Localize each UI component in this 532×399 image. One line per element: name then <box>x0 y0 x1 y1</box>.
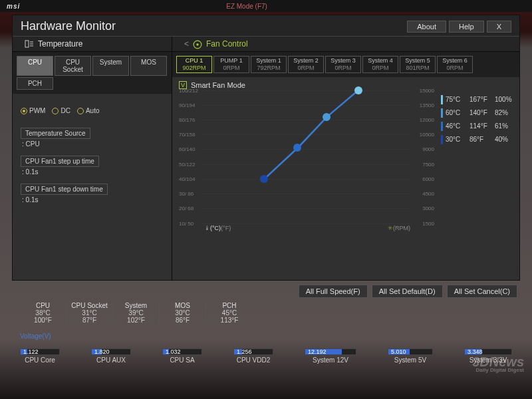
step-down-label[interactable]: CPU Fan1 step down time <box>21 184 108 195</box>
y-left-tick: 30/ 86 <box>179 191 194 197</box>
y-left-tick: 70/158 <box>179 132 195 138</box>
close-button[interactable]: X <box>487 21 511 33</box>
about-button[interactable]: About <box>407 21 446 33</box>
mode-radio-auto[interactable]: Auto <box>77 107 100 114</box>
temp-tab-pch[interactable]: PCH <box>17 77 53 90</box>
temp-tab-cpu[interactable]: CPU <box>17 56 53 76</box>
y-right-tick: 12000 <box>420 117 434 123</box>
mode-radio-pwm[interactable]: PWM <box>21 107 45 114</box>
temp-cell-pch: PCH45°C113°F <box>206 302 253 324</box>
thermometer-icon: 🌡 <box>204 225 210 231</box>
temp-source-label[interactable]: Temperature Source <box>21 128 90 139</box>
legend-row[interactable]: 60°C140°F82% <box>441 106 515 120</box>
y-right-tick: 4500 <box>422 191 434 197</box>
y-left-tick: 20/ 68 <box>179 205 194 211</box>
fan-curve-point-3[interactable] <box>354 86 362 94</box>
y-right-tick: 6000 <box>422 176 434 182</box>
smart-fan-label: Smart Fan Mode <box>191 81 245 89</box>
temp-source-value: : CPU <box>21 139 164 152</box>
titlebar: Hardware Monitor About Help X <box>13 15 519 36</box>
all-full-speed-button[interactable]: All Full Speed(F) <box>299 285 368 298</box>
y-left-tick: 100/212 <box>179 87 198 93</box>
temp-cell-cpu: CPU38°C100°F <box>20 302 66 324</box>
temp-cell-system: System39°C102°F <box>113 302 160 324</box>
y-right-tick: 7500 <box>422 161 434 167</box>
fan-tab-system-3[interactable]: System 30RPM <box>325 56 361 73</box>
svg-rect-0 <box>25 41 29 47</box>
step-up-value: : 0.1s <box>21 167 164 180</box>
action-row: All Full Speed(F) All Set Default(D) All… <box>299 285 517 298</box>
fan-curve-point-1[interactable] <box>293 144 301 152</box>
temp-tab-mos[interactable]: MOS <box>130 56 167 76</box>
hardware-monitor-window: Hardware Monitor About Help X Temperatur… <box>12 15 520 281</box>
voltage-cpu-core: 1.122CPU Core <box>20 348 60 364</box>
y-right-tick: 10500 <box>420 132 434 138</box>
voltage-system-5v: 5.010System 5V <box>388 348 433 364</box>
legend-row[interactable]: 46°C114°F61% <box>441 120 515 133</box>
fan-tab-system-2[interactable]: System 20RPM <box>288 56 324 73</box>
temp-cell-mos: MOS30°C86°F <box>160 302 206 324</box>
mode-radio-dc[interactable]: DC <box>52 107 70 114</box>
svg-point-2 <box>196 43 199 46</box>
voltage-cpu-aux: 1.820CPU AUX <box>91 348 131 364</box>
fan-tab-system-6[interactable]: System 60RPM <box>437 56 473 73</box>
legend-row[interactable]: 75°C167°F100% <box>441 93 515 106</box>
ez-mode-hint[interactable]: EZ Mode (F7) <box>226 3 267 10</box>
fan-curve-legend: 75°C167°F100%60°C140°F82%46°C114°F61%30°… <box>437 77 519 280</box>
section-bar: Temperature < Fan Control <box>13 36 519 52</box>
fan-tab-cpu-1[interactable]: CPU 1902RPM <box>176 56 212 73</box>
fan-tab-pump-1[interactable]: PUMP 10RPM <box>213 56 249 73</box>
section-fan-label: Fan Control <box>206 39 248 49</box>
fan-tabs: CPU 1902RPMPUMP 10RPMSystem 1792RPMSyste… <box>172 52 519 77</box>
y-left-tick: 90/194 <box>179 102 195 108</box>
fan-mode-radios: PWMDCAuto <box>21 107 164 114</box>
voltage-cpu-vdd2: 1.256CPU VDD2 <box>233 348 273 364</box>
window-title: Hardware Monitor <box>21 19 404 33</box>
y-right-tick: 13500 <box>420 102 434 108</box>
y-right-tick: 3000 <box>422 205 434 211</box>
help-button[interactable]: Help <box>449 21 484 33</box>
temp-source-tabs: CPUCPU SocketSystemMOSPCH <box>13 52 172 94</box>
left-column: CPUCPU SocketSystemMOSPCH PWMDCAuto Temp… <box>13 52 172 280</box>
y-right-tick: 15000 <box>420 87 434 93</box>
voltage-section-label[interactable]: Voltage(V) <box>20 332 51 340</box>
unit-f[interactable]: (°F) <box>221 225 231 231</box>
fan-curve-point-2[interactable] <box>323 113 331 121</box>
all-set-default-button[interactable]: All Set Default(D) <box>372 285 443 298</box>
fan-tab-system-1[interactable]: System 1792RPM <box>251 56 287 73</box>
section-temperature-label: Temperature <box>38 39 82 49</box>
bios-top-strip: msi EZ Mode (F7) <box>0 0 532 12</box>
step-down-value: : 0.1s <box>21 195 164 207</box>
temperature-icon <box>25 40 34 48</box>
unit-rpm: (RPM) <box>393 225 410 231</box>
step-up-label[interactable]: CPU Fan1 step up time <box>21 156 99 167</box>
fan-small-icon: ✳ <box>388 225 393 231</box>
y-left-tick: 40/104 <box>179 176 195 182</box>
fan-curve-point-0[interactable] <box>260 175 268 183</box>
fan-curve-chart: V Smart Fan Mode 100/2121500090/19413500… <box>172 77 437 280</box>
unit-c[interactable]: (°C) <box>210 225 221 231</box>
watermark: 3DNewsDaily Digital Digest <box>472 356 524 372</box>
y-right-tick: 1500 <box>422 220 434 226</box>
all-set-cancel-button[interactable]: All Set Cancel(C) <box>447 285 517 298</box>
section-temperature[interactable]: Temperature <box>13 37 172 51</box>
legend-row[interactable]: 30°C86°F40% <box>441 133 515 146</box>
fan-tab-system-4[interactable]: System 40RPM <box>362 56 398 73</box>
temp-tab-cpu-socket[interactable]: CPU Socket <box>55 56 91 76</box>
section-fan-control[interactable]: < Fan Control <box>172 37 260 51</box>
y-left-tick: 10/ 50 <box>179 220 194 226</box>
voltage-system-12v: 12.192System 12V <box>305 348 356 364</box>
y-left-tick: 50/122 <box>179 161 195 167</box>
temperature-readout-row: CPU38°C100°FCPU Socket31°C87°FSystem39°C… <box>20 302 253 324</box>
y-right-tick: 9000 <box>422 146 434 152</box>
temp-cell-cpu-socket: CPU Socket31°C87°F <box>66 302 113 324</box>
voltage-row: 1.122CPU Core1.820CPU AUX1.032CPU SA1.25… <box>20 348 512 364</box>
brand-logo: msi <box>7 3 20 10</box>
fan-icon <box>193 40 202 48</box>
temp-tab-system[interactable]: System <box>92 56 129 76</box>
voltage-cpu-sa: 1.032CPU SA <box>162 348 202 364</box>
fan-tab-system-5[interactable]: System 5801RPM <box>400 56 436 73</box>
right-column: CPU 1902RPMPUMP 10RPMSystem 1792RPMSyste… <box>172 52 519 280</box>
y-left-tick: 60/140 <box>179 146 195 152</box>
y-left-tick: 80/176 <box>179 117 195 123</box>
